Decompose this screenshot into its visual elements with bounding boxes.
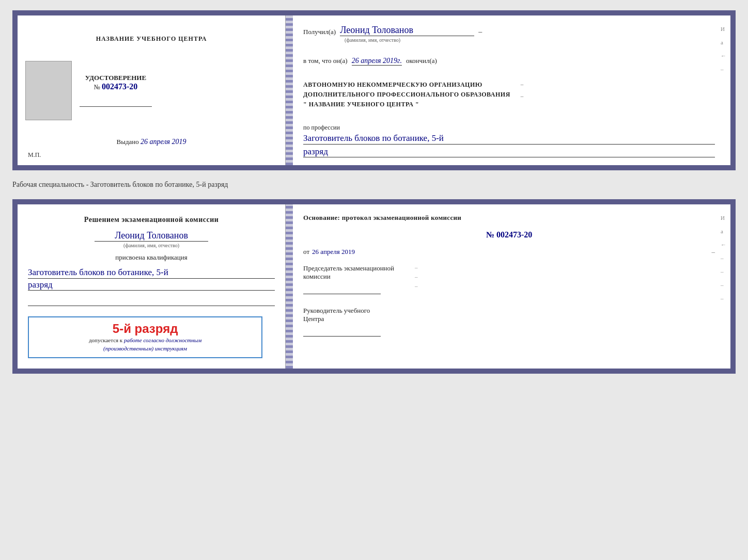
cert-number-prefix: № — [94, 83, 100, 91]
head-label: Руководитель учебного — [303, 307, 715, 315]
blank-line-1 — [28, 296, 275, 306]
doc1-center-title: НАЗВАНИЕ УЧЕБНОГО ЦЕНТРА — [96, 35, 207, 43]
org-line3: " НАЗВАНИЕ УЧЕБНОГО ЦЕНТРА " — [303, 100, 510, 109]
issued-block: Выдано 26 апреля 2019 — [117, 138, 186, 146]
from-prefix: от — [303, 248, 309, 256]
doc1-dash2: – — [521, 80, 524, 89]
recipient-name: Леонид Толованов — [340, 25, 413, 35]
document-2: Решением экзаменационной комиссии Леонид… — [12, 199, 736, 374]
specialty-text: Рабочая специальность - Заготовитель бло… — [12, 180, 736, 190]
person-subtitle: (фамилия, имя, отчество) — [28, 243, 275, 248]
stamp-prefix: допускается к — [89, 337, 122, 343]
page-wrapper: НАЗВАНИЕ УЧЕБНОГО ЦЕНТРА УДОСТОВЕРЕНИЕ №… — [12, 10, 736, 374]
from-date: 26 апреля 2019 — [312, 248, 355, 256]
recipient-block: Получил(а) Леонид Толованов – (фамилия, … — [303, 25, 715, 43]
org-line2: ДОПОЛНИТЕЛЬНОГО ПРОФЕССИОНАЛЬНОГО ОБРАЗО… — [303, 90, 510, 100]
chairman-block: Председатель экзаменационной комиссии – … — [303, 264, 715, 294]
head-label2: Центра — [303, 315, 715, 323]
cert-label: УДОСТОВЕРЕНИЕ — [85, 74, 146, 82]
from-date-block: от 26 апреля 2019 – — [303, 248, 715, 256]
protocol-number-block: № 002473-20 — [303, 230, 715, 239]
person-name: Леонид Толованов — [115, 230, 188, 241]
cert-label-block: УДОСТОВЕРЕНИЕ № 002473-20 — [85, 74, 146, 91]
doc1-dash3: – — [521, 92, 524, 101]
chairman-sig-line — [303, 283, 381, 294]
date-handwritten: 26 апреля 2019г. — [352, 57, 402, 65]
stamp-italic2: (производственным) инструкциям — [103, 345, 187, 351]
stamp-box: 5-й разряд допускается к работе согласно… — [28, 316, 262, 358]
doc1-dash1: – — [478, 28, 482, 36]
issued-date: 26 апреля 2019 — [141, 138, 186, 146]
cert-number: 002473-20 — [102, 82, 137, 91]
chairman-label2: комиссии — [303, 273, 394, 281]
stamp-grade: 5-й разряд — [34, 322, 256, 336]
stamp-admission: допускается к работе согласно должностны… — [34, 336, 256, 353]
basis-text: Основание: протокол экзаменационной коми… — [303, 214, 715, 222]
profession-value: Заготовитель блоков по ботанике, 5-й — [303, 133, 715, 145]
qualification-value: Заготовитель блоков по ботанике, 5-й — [28, 267, 275, 279]
date-block: в том, что он(а) 26 апреля 2019г. окончи… — [303, 57, 715, 66]
assigned-label: присвоена квалификация — [28, 253, 275, 262]
profession-label: по профессии — [303, 124, 715, 132]
document-1: НАЗВАНИЕ УЧЕБНОГО ЦЕНТРА УДОСТОВЕРЕНИЕ №… — [12, 10, 736, 170]
date-prefix: в том, что он(а) — [303, 57, 348, 65]
divider-spine-1 — [286, 15, 293, 165]
recipient-subtitle: (фамилия, имя, отчество) — [303, 37, 715, 43]
qualification-block: Заготовитель блоков по ботанике, 5-й раз… — [28, 267, 275, 291]
profession-block: по профессии Заготовитель блоков по бота… — [303, 124, 715, 157]
org-block: АВТОНОМНУЮ НЕКОММЕРЧЕСКУЮ ОРГАНИЗАЦИЮ ДО… — [303, 80, 715, 110]
head-block: Руководитель учебного Центра — [303, 307, 715, 337]
stamp-italic1: работе согласно должностным — [124, 337, 201, 343]
received-prefix: Получил(а) — [303, 28, 336, 36]
org-line1: АВТОНОМНУЮ НЕКОММЕРЧЕСКУЮ ОРГАНИЗАЦИЮ — [303, 80, 510, 90]
issued-label: Выдано — [117, 138, 139, 146]
divider-spine-2 — [286, 204, 293, 369]
person-block: Леонид Толованов (фамилия, имя, отчество… — [28, 230, 275, 248]
photo-placeholder — [25, 61, 72, 120]
doc2-side-dashes: – – – — [415, 264, 418, 289]
razryad-value-2: разряд — [28, 280, 275, 291]
doc2-dash1: – — [712, 248, 715, 256]
decision-text: Решением экзаменационной комиссии — [28, 215, 275, 225]
razryad-value: разряд — [303, 147, 715, 157]
date-suffix: окончил(а) — [406, 57, 437, 65]
protocol-number: № 002473-20 — [303, 230, 715, 239]
chairman-label: Председатель экзаменационной — [303, 264, 394, 273]
head-sig-line — [303, 325, 381, 337]
